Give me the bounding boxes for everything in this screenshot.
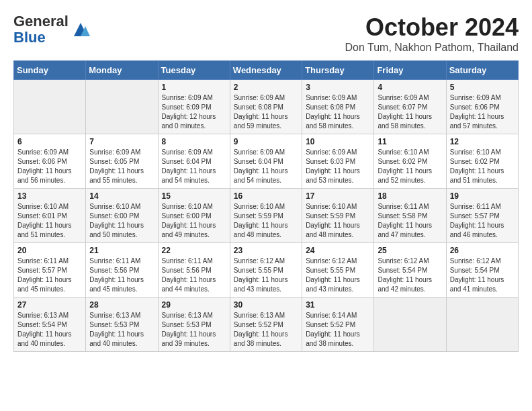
calendar-cell	[374, 298, 446, 352]
day-number: 20	[17, 246, 82, 255]
day-info: Sunrise: 6:13 AMSunset: 5:53 PMDaylight:…	[162, 311, 226, 349]
day-info: Sunrise: 6:10 AMSunset: 6:02 PMDaylight:…	[450, 148, 515, 185]
calendar-cell: 5Sunrise: 6:09 AMSunset: 6:06 PMDaylight…	[446, 80, 518, 134]
calendar-cell: 8Sunrise: 6:09 AMSunset: 6:04 PMDaylight…	[158, 134, 230, 189]
day-info: Sunrise: 6:13 AMSunset: 5:52 PMDaylight:…	[234, 311, 298, 349]
day-info: Sunrise: 6:10 AMSunset: 5:59 PMDaylight:…	[234, 202, 298, 240]
logo-general: General	[13, 13, 69, 30]
day-info: Sunrise: 6:09 AMSunset: 6:06 PMDaylight:…	[450, 93, 515, 131]
logo-icon	[71, 19, 91, 40]
calendar-cell: 26Sunrise: 6:12 AMSunset: 5:54 PMDayligh…	[446, 243, 518, 298]
day-number: 22	[162, 246, 226, 255]
calendar-cell: 14Sunrise: 6:10 AMSunset: 6:00 PMDayligh…	[86, 189, 158, 243]
calendar-cell: 1Sunrise: 6:09 AMSunset: 6:09 PMDaylight…	[158, 80, 230, 134]
day-number: 2	[234, 83, 298, 92]
calendar-week-row: 1Sunrise: 6:09 AMSunset: 6:09 PMDaylight…	[14, 80, 519, 134]
day-number: 16	[234, 191, 298, 201]
calendar-header-monday: Monday	[86, 61, 158, 80]
day-number: 6	[17, 137, 82, 146]
calendar-cell: 16Sunrise: 6:10 AMSunset: 5:59 PMDayligh…	[230, 189, 302, 243]
day-info: Sunrise: 6:12 AMSunset: 5:55 PMDaylight:…	[306, 257, 370, 294]
calendar-cell: 11Sunrise: 6:10 AMSunset: 6:02 PMDayligh…	[374, 134, 446, 189]
calendar-cell: 25Sunrise: 6:12 AMSunset: 5:54 PMDayligh…	[374, 243, 446, 298]
calendar-cell: 13Sunrise: 6:10 AMSunset: 6:01 PMDayligh…	[14, 189, 86, 243]
day-info: Sunrise: 6:09 AMSunset: 6:07 PMDaylight:…	[378, 93, 442, 131]
calendar-cell: 23Sunrise: 6:12 AMSunset: 5:55 PMDayligh…	[230, 243, 302, 298]
day-info: Sunrise: 6:11 AMSunset: 5:56 PMDaylight:…	[89, 257, 154, 294]
calendar-cell	[446, 298, 518, 352]
day-number: 29	[162, 300, 226, 310]
day-info: Sunrise: 6:12 AMSunset: 5:54 PMDaylight:…	[378, 257, 442, 294]
day-number: 4	[378, 83, 442, 92]
logo-blue: Blue	[13, 29, 46, 46]
calendar-header-saturday: Saturday	[446, 61, 518, 80]
calendar-cell: 22Sunrise: 6:11 AMSunset: 5:56 PMDayligh…	[158, 243, 230, 298]
calendar-cell: 21Sunrise: 6:11 AMSunset: 5:56 PMDayligh…	[86, 243, 158, 298]
day-info: Sunrise: 6:10 AMSunset: 6:02 PMDaylight:…	[378, 148, 442, 185]
day-number: 31	[306, 300, 370, 310]
day-info: Sunrise: 6:10 AMSunset: 5:59 PMDaylight:…	[306, 202, 370, 240]
day-number: 27	[17, 300, 82, 310]
day-info: Sunrise: 6:11 AMSunset: 5:57 PMDaylight:…	[17, 257, 82, 294]
day-info: Sunrise: 6:09 AMSunset: 6:05 PMDaylight:…	[89, 148, 154, 185]
day-info: Sunrise: 6:09 AMSunset: 6:03 PMDaylight:…	[306, 148, 370, 185]
calendar-cell: 17Sunrise: 6:10 AMSunset: 5:59 PMDayligh…	[302, 189, 374, 243]
day-info: Sunrise: 6:11 AMSunset: 5:58 PMDaylight:…	[378, 202, 442, 240]
day-number: 24	[306, 246, 370, 255]
logo: General Blue	[13, 13, 91, 46]
day-info: Sunrise: 6:13 AMSunset: 5:53 PMDaylight:…	[89, 311, 154, 349]
calendar-cell: 15Sunrise: 6:10 AMSunset: 6:00 PMDayligh…	[158, 189, 230, 243]
calendar-cell: 20Sunrise: 6:11 AMSunset: 5:57 PMDayligh…	[14, 243, 86, 298]
day-number: 19	[450, 191, 515, 201]
calendar-table: SundayMondayTuesdayWednesdayThursdayFrid…	[13, 60, 519, 352]
calendar-week-row: 6Sunrise: 6:09 AMSunset: 6:06 PMDaylight…	[14, 134, 519, 189]
calendar-cell: 6Sunrise: 6:09 AMSunset: 6:06 PMDaylight…	[14, 134, 86, 189]
calendar-cell	[86, 80, 158, 134]
calendar-cell: 24Sunrise: 6:12 AMSunset: 5:55 PMDayligh…	[302, 243, 374, 298]
calendar-cell: 28Sunrise: 6:13 AMSunset: 5:53 PMDayligh…	[86, 298, 158, 352]
day-number: 25	[378, 246, 442, 255]
calendar-header-sunday: Sunday	[14, 61, 86, 80]
calendar-cell: 27Sunrise: 6:13 AMSunset: 5:54 PMDayligh…	[14, 298, 86, 352]
logo-text: General Blue	[13, 13, 69, 46]
calendar-cell: 3Sunrise: 6:09 AMSunset: 6:08 PMDaylight…	[302, 80, 374, 134]
month-title: October 2024	[345, 13, 519, 42]
day-number: 14	[89, 191, 154, 201]
calendar-cell: 7Sunrise: 6:09 AMSunset: 6:05 PMDaylight…	[86, 134, 158, 189]
calendar-header-row: SundayMondayTuesdayWednesdayThursdayFrid…	[14, 61, 519, 80]
calendar-cell: 30Sunrise: 6:13 AMSunset: 5:52 PMDayligh…	[230, 298, 302, 352]
calendar-cell: 4Sunrise: 6:09 AMSunset: 6:07 PMDaylight…	[374, 80, 446, 134]
day-number: 9	[234, 137, 298, 146]
day-info: Sunrise: 6:14 AMSunset: 5:52 PMDaylight:…	[306, 311, 370, 349]
day-info: Sunrise: 6:11 AMSunset: 5:56 PMDaylight:…	[162, 257, 226, 294]
day-number: 21	[89, 246, 154, 255]
calendar-cell: 10Sunrise: 6:09 AMSunset: 6:03 PMDayligh…	[302, 134, 374, 189]
day-info: Sunrise: 6:13 AMSunset: 5:54 PMDaylight:…	[17, 311, 82, 349]
calendar-header-friday: Friday	[374, 61, 446, 80]
calendar-cell: 2Sunrise: 6:09 AMSunset: 6:08 PMDaylight…	[230, 80, 302, 134]
day-info: Sunrise: 6:12 AMSunset: 5:54 PMDaylight:…	[450, 257, 515, 294]
day-number: 28	[89, 300, 154, 310]
calendar-cell: 9Sunrise: 6:09 AMSunset: 6:04 PMDaylight…	[230, 134, 302, 189]
day-number: 5	[450, 83, 515, 92]
day-number: 1	[162, 83, 226, 92]
day-number: 30	[234, 300, 298, 310]
day-info: Sunrise: 6:09 AMSunset: 6:06 PMDaylight:…	[17, 148, 82, 185]
day-number: 7	[89, 137, 154, 146]
calendar-week-row: 20Sunrise: 6:11 AMSunset: 5:57 PMDayligh…	[14, 243, 519, 298]
calendar-cell: 12Sunrise: 6:10 AMSunset: 6:02 PMDayligh…	[446, 134, 518, 189]
location: Don Tum, Nakhon Pathom, Thailand	[345, 42, 519, 54]
day-info: Sunrise: 6:10 AMSunset: 6:00 PMDaylight:…	[162, 202, 226, 240]
day-info: Sunrise: 6:09 AMSunset: 6:04 PMDaylight:…	[234, 148, 298, 185]
calendar-header-wednesday: Wednesday	[230, 61, 302, 80]
day-number: 23	[234, 246, 298, 255]
day-number: 8	[162, 137, 226, 146]
calendar-header-tuesday: Tuesday	[158, 61, 230, 80]
day-info: Sunrise: 6:09 AMSunset: 6:09 PMDaylight:…	[162, 93, 226, 131]
day-info: Sunrise: 6:09 AMSunset: 6:08 PMDaylight:…	[306, 93, 370, 131]
day-info: Sunrise: 6:09 AMSunset: 6:04 PMDaylight:…	[162, 148, 226, 185]
day-info: Sunrise: 6:10 AMSunset: 6:01 PMDaylight:…	[17, 202, 82, 240]
day-number: 18	[378, 191, 442, 201]
calendar-header-thursday: Thursday	[302, 61, 374, 80]
day-info: Sunrise: 6:12 AMSunset: 5:55 PMDaylight:…	[234, 257, 298, 294]
